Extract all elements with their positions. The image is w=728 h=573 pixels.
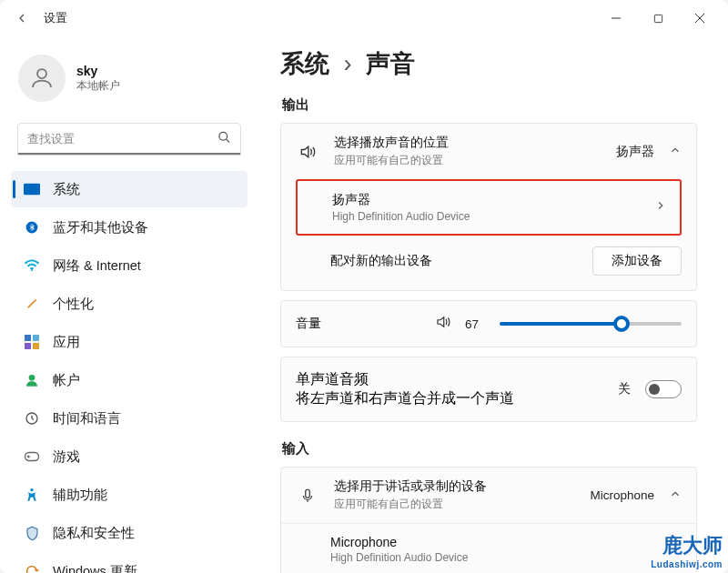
speaker-item[interactable]: 扬声器 High Definition Audio Device [298, 181, 680, 234]
wifi-icon [24, 257, 40, 274]
volume-slider[interactable] [500, 322, 682, 326]
update-icon [24, 563, 40, 573]
maximize-button[interactable] [637, 4, 679, 33]
display-icon [24, 181, 40, 197]
minimize-button[interactable] [595, 4, 637, 33]
input-device-value: Microphone [590, 488, 654, 502]
clock-icon [24, 410, 40, 427]
body: sky 本地帐户 系统 蓝牙和其他设备 [0, 36, 728, 573]
output-device-subtitle: 应用可能有自己的设置 [334, 153, 602, 168]
sidebar-item-label: 系统 [53, 181, 80, 198]
section-output-title: 输出 [282, 96, 697, 114]
search-input[interactable] [18, 124, 240, 155]
back-button[interactable] [7, 4, 36, 33]
close-button[interactable] [679, 4, 721, 33]
speaker-icon [296, 143, 319, 161]
speaker-title: 扬声器 [332, 192, 640, 208]
sidebar-item-windows-update[interactable]: Windows 更新 [11, 553, 248, 573]
bluetooth-icon [24, 219, 40, 236]
svg-rect-18 [306, 489, 310, 498]
svg-rect-13 [33, 343, 39, 349]
shield-icon [24, 525, 40, 541]
mono-toggle[interactable] [645, 380, 682, 398]
mono-state-label: 关 [618, 381, 631, 397]
svg-point-5 [219, 132, 228, 140]
microphone-item[interactable]: Microphone High Definition Audio Device [281, 523, 696, 573]
svg-line-6 [226, 139, 229, 143]
sidebar-item-privacy[interactable]: 隐私和安全性 [11, 515, 248, 551]
sidebar: sky 本地帐户 系统 蓝牙和其他设备 [0, 36, 255, 573]
breadcrumb: 系统 › 声音 [280, 47, 697, 80]
titlebar: 设置 [0, 0, 728, 36]
brush-icon [24, 296, 40, 312]
svg-point-4 [37, 69, 46, 78]
sidebar-item-label: Windows 更新 [53, 563, 137, 574]
svg-rect-1 [654, 15, 662, 22]
search-box [18, 124, 240, 155]
sidebar-item-label: 应用 [53, 334, 80, 351]
sidebar-item-label: 蓝牙和其他设备 [53, 219, 148, 236]
svg-point-9 [31, 269, 33, 271]
output-card: 选择播放声音的位置 应用可能有自己的设置 扬声器 扬声器 High Defini… [280, 123, 697, 291]
svg-rect-7 [24, 184, 40, 196]
volume-icon[interactable] [434, 314, 452, 334]
breadcrumb-leaf: 声音 [366, 50, 415, 77]
sidebar-item-time-language[interactable]: 时间和语言 [11, 400, 248, 437]
chevron-right-icon [654, 199, 667, 216]
watermark-title: 鹿大师 [651, 532, 723, 559]
window-title: 设置 [44, 10, 67, 26]
input-device-title: 选择用于讲话或录制的设备 [334, 478, 575, 495]
pair-title: 配对新的输出设备 [330, 253, 578, 269]
sidebar-item-label: 游戏 [53, 448, 80, 466]
output-device-title: 选择播放声音的位置 [334, 135, 602, 151]
microphone-icon [296, 486, 319, 506]
speaker-item-highlighted: 扬声器 High Definition Audio Device [296, 179, 682, 236]
add-device-button[interactable]: 添加设备 [592, 246, 682, 276]
mono-audio-row[interactable]: 单声道音频 将左声道和右声道合并成一个声道 关 [281, 357, 696, 421]
sidebar-item-accounts[interactable]: 帐户 [11, 362, 248, 398]
mono-subtitle: 将左声道和右声道合并成一个声道 [296, 389, 603, 408]
mono-title: 单声道音频 [296, 370, 603, 389]
accessibility-icon [24, 487, 40, 503]
mono-card: 单声道音频 将左声道和右声道合并成一个声道 关 [280, 357, 697, 422]
nav: 系统 蓝牙和其他设备 网络 & Internet 个性化 应用 [11, 171, 248, 573]
microphone-subtitle: High Definition Audio Device [330, 551, 683, 564]
breadcrumb-root[interactable]: 系统 [280, 50, 329, 77]
volume-row: 音量 67 [281, 301, 696, 347]
window-controls [595, 4, 721, 33]
svg-rect-11 [33, 335, 39, 341]
sidebar-item-network[interactable]: 网络 & Internet [11, 247, 248, 284]
pair-new-device-row: 配对新的输出设备 添加设备 [281, 243, 696, 288]
output-device-value: 扬声器 [616, 144, 654, 160]
gamepad-icon [24, 448, 40, 465]
sidebar-item-label: 帐户 [53, 372, 80, 389]
person-icon [24, 372, 40, 388]
microphone-title: Microphone [330, 535, 683, 549]
input-device-row[interactable]: 选择用于讲话或录制的设备 应用可能有自己的设置 Microphone [281, 467, 696, 523]
volume-card: 音量 67 [280, 300, 697, 347]
sidebar-item-label: 网络 & Internet [53, 257, 141, 275]
volume-value: 67 [465, 317, 487, 331]
breadcrumb-separator: › [344, 50, 352, 77]
sidebar-item-label: 隐私和安全性 [53, 525, 135, 542]
output-device-row[interactable]: 选择播放声音的位置 应用可能有自己的设置 扬声器 [281, 124, 696, 179]
svg-rect-12 [25, 343, 31, 349]
chevron-up-icon [669, 488, 682, 504]
chevron-up-icon [669, 144, 682, 160]
sidebar-item-personalization[interactable]: 个性化 [11, 286, 248, 322]
svg-rect-10 [25, 335, 31, 341]
apps-icon [24, 334, 40, 350]
input-device-subtitle: 应用可能有自己的设置 [334, 497, 575, 512]
sidebar-item-bluetooth[interactable]: 蓝牙和其他设备 [11, 209, 248, 246]
sidebar-item-apps[interactable]: 应用 [11, 324, 248, 360]
slider-thumb[interactable] [613, 316, 630, 332]
settings-window: 设置 sky 本地帐户 [0, 0, 728, 573]
sidebar-item-accessibility[interactable]: 辅助功能 [11, 477, 248, 513]
sidebar-item-gaming[interactable]: 游戏 [11, 438, 248, 475]
sidebar-item-system[interactable]: 系统 [11, 171, 248, 207]
profile[interactable]: sky 本地帐户 [11, 44, 248, 120]
svg-point-14 [29, 375, 35, 381]
sidebar-item-label: 时间和语言 [53, 410, 121, 427]
section-input-title: 输入 [282, 440, 697, 457]
profile-name: sky [76, 64, 120, 78]
